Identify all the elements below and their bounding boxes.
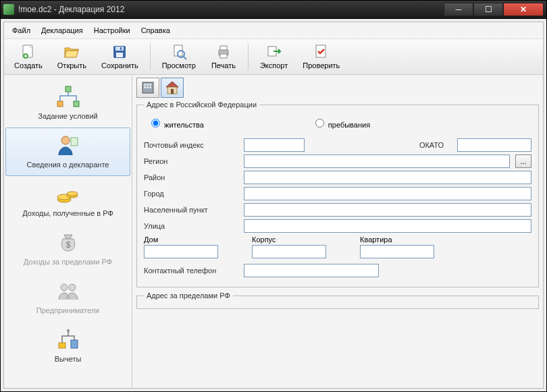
menu-declaration[interactable]: Декларация	[37, 25, 87, 36]
city-input[interactable]	[244, 187, 531, 200]
export-icon	[266, 44, 282, 60]
toolbar-separator	[150, 43, 151, 70]
house-input[interactable]	[144, 245, 218, 258]
svg-point-25	[61, 284, 68, 291]
window-title: !moe.dc2 - Декларация 2012	[18, 5, 444, 14]
svg-rect-39	[171, 89, 174, 94]
sidebar-label: Вычеты	[55, 355, 82, 363]
radio-stay-input[interactable]	[315, 119, 324, 128]
svg-rect-15	[66, 86, 71, 92]
open-button[interactable]: Открыть	[50, 40, 94, 73]
building-icon	[140, 80, 155, 95]
coins-icon	[56, 182, 80, 206]
mini-toolbar	[136, 78, 539, 98]
district-input[interactable]	[244, 171, 531, 184]
radio-residence-input[interactable]	[151, 119, 160, 128]
svg-rect-11	[220, 46, 227, 50]
check-icon	[313, 44, 330, 60]
svg-rect-27	[59, 343, 66, 348]
app-icon	[3, 4, 14, 15]
folder-open-icon	[63, 44, 80, 60]
save-icon	[111, 44, 128, 60]
sidebar-item-entrepreneurs[interactable]: Предприниматели	[5, 273, 130, 322]
export-button[interactable]: Экспорт	[253, 40, 295, 73]
menu-file[interactable]: Файл	[8, 25, 34, 36]
svg-rect-4	[115, 47, 124, 51]
preview-button[interactable]: Просмотр	[155, 40, 203, 73]
svg-rect-6	[120, 47, 122, 50]
create-label: Создать	[14, 61, 43, 69]
check-label: Проверить	[303, 61, 340, 69]
close-button[interactable]	[503, 3, 544, 16]
sidebar-label: Сведения о декларанте	[27, 161, 109, 169]
toolbar-separator	[248, 43, 249, 70]
settlement-label: Населенный пункт	[144, 206, 238, 214]
postal-index-label: Почтовый индекс	[144, 141, 238, 149]
preview-label: Просмотр	[162, 61, 196, 69]
create-button[interactable]: Создать	[7, 40, 50, 73]
person-icon	[56, 134, 80, 158]
check-button[interactable]: Проверить	[295, 40, 347, 73]
svg-rect-28	[71, 340, 78, 348]
sidebar-item-declarant[interactable]: Сведения о декларанте	[5, 128, 130, 176]
house-icon	[165, 80, 180, 95]
region-browse-button[interactable]: ...	[515, 155, 531, 168]
phone-input[interactable]	[244, 264, 379, 277]
print-button[interactable]: Печать	[203, 40, 244, 73]
okato-input[interactable]	[457, 138, 531, 152]
okato-label: ОКАТО	[411, 141, 452, 149]
window-buttons	[444, 3, 544, 16]
svg-rect-16	[57, 101, 63, 107]
radio-residence-label: жительства	[164, 121, 204, 129]
money-bag-icon: $	[56, 231, 80, 255]
sidebar-item-deductions[interactable]: Вычеты	[5, 322, 130, 370]
menu-help[interactable]: Справка	[137, 25, 174, 36]
minimize-button[interactable]	[444, 3, 473, 16]
street-label: Улица	[144, 222, 238, 230]
svg-rect-14	[316, 45, 325, 57]
titlebar: !moe.dc2 - Декларация 2012	[0, 0, 547, 19]
sidebar-item-conditions[interactable]: Задание условий	[5, 79, 130, 128]
radio-residence[interactable]: жительства	[148, 117, 204, 129]
city-label: Город	[144, 190, 238, 198]
conditions-icon	[56, 85, 80, 109]
sidebar-label: Предприниматели	[36, 306, 99, 314]
svg-point-29	[67, 329, 70, 332]
open-label: Открыть	[57, 61, 86, 69]
group-address-abroad: Адрес за пределами РФ	[136, 291, 539, 309]
view-house-button[interactable]	[161, 78, 184, 98]
people-icon	[56, 279, 80, 304]
settlement-input[interactable]	[244, 203, 531, 217]
save-button[interactable]: Сохранить	[94, 40, 146, 73]
svg-rect-19	[71, 138, 78, 146]
phone-label: Контактный телефон	[144, 267, 238, 275]
sidebar-label: Задание условий	[38, 112, 97, 120]
building-input[interactable]	[252, 245, 326, 258]
toolbar: Создать Открыть Сохранить Просмотр Печат…	[4, 39, 543, 75]
sidebar-label: Доходы, полученные в РФ	[22, 209, 113, 217]
svg-text:$: $	[66, 240, 70, 250]
svg-point-26	[69, 284, 76, 291]
view-building-button[interactable]	[136, 78, 159, 98]
maximize-button[interactable]	[473, 3, 503, 16]
svg-marker-37	[166, 82, 178, 87]
sidebar-item-income-rf[interactable]: Доходы, полученные в РФ	[5, 176, 130, 225]
svg-rect-17	[74, 101, 79, 107]
svg-line-9	[184, 57, 186, 59]
svg-rect-12	[220, 54, 227, 58]
svg-rect-31	[144, 84, 146, 86]
preview-icon	[171, 44, 187, 60]
region-input[interactable]	[244, 155, 510, 168]
apartment-input[interactable]	[360, 245, 434, 258]
group-abroad-legend: Адрес за пределами РФ	[144, 291, 233, 300]
svg-rect-36	[149, 86, 151, 88]
save-label: Сохранить	[101, 61, 138, 69]
svg-rect-34	[144, 86, 146, 88]
street-input[interactable]	[244, 219, 531, 233]
new-file-icon	[20, 44, 36, 60]
svg-rect-35	[147, 86, 149, 88]
menu-settings[interactable]: Настройки	[90, 25, 134, 36]
radio-stay[interactable]: пребывания	[312, 117, 370, 129]
sidebar-item-income-abroad[interactable]: $ Доходы за пределами РФ	[5, 225, 130, 273]
postal-index-input[interactable]	[244, 138, 305, 152]
